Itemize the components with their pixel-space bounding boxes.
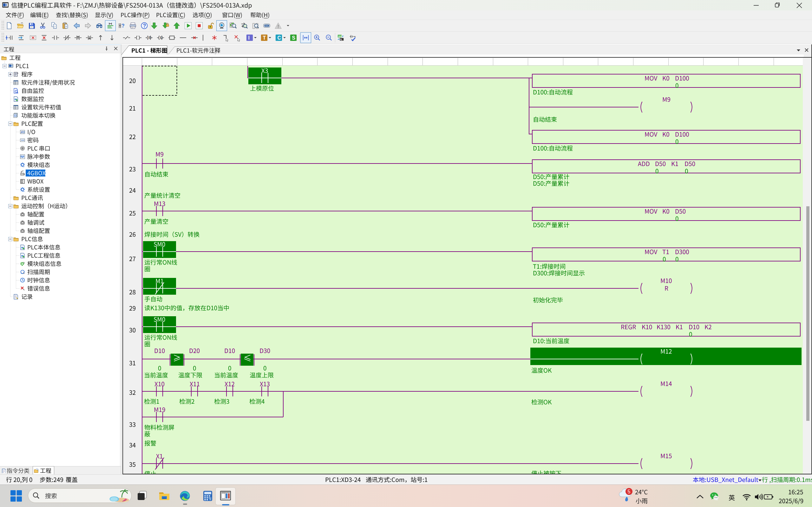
svg-text:I: I <box>248 35 249 41</box>
svg-text:V: V <box>14 115 16 117</box>
svg-text:5: 5 <box>628 489 630 494</box>
svg-text:R: R <box>148 36 151 40</box>
svg-text:HH: HH <box>338 35 342 38</box>
svg-text:S: S <box>160 36 162 40</box>
svg-text:C: C <box>277 35 281 41</box>
svg-text:IL: IL <box>340 38 343 41</box>
svg-text:?: ? <box>143 23 146 29</box>
svg-text:T: T <box>263 35 266 41</box>
svg-text:?: ? <box>121 23 125 29</box>
svg-text:I/O: I/O <box>21 130 25 134</box>
svg-text:S: S <box>292 35 295 41</box>
